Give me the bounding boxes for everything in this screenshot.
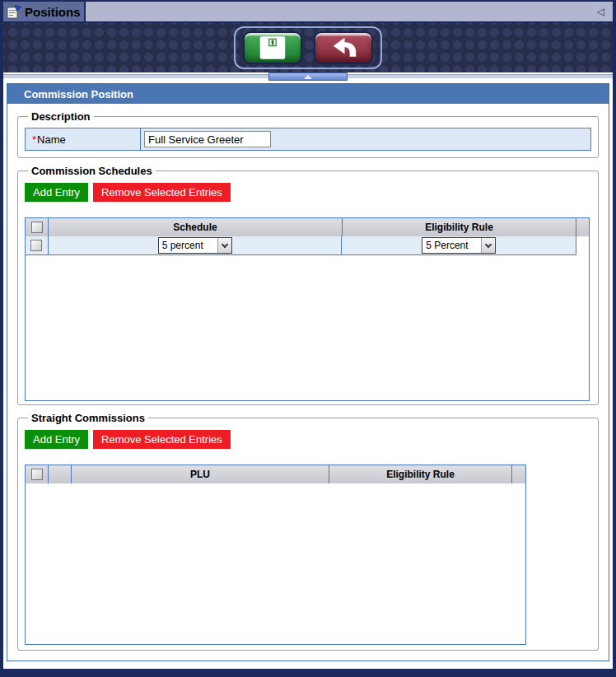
commission-schedules-table: Schedule Eligibility Rule 5 percent bbox=[25, 217, 590, 401]
schedule-select[interactable]: 5 percent bbox=[158, 237, 232, 254]
column-header-plu: PLU bbox=[72, 465, 329, 483]
table-row: 5 percent 5 Percent bbox=[26, 236, 576, 255]
commission-position-panel: Commission Position Description * Name C… bbox=[7, 83, 609, 661]
schedule-cell: 5 percent bbox=[49, 236, 342, 254]
required-mark: * bbox=[32, 133, 36, 146]
chevron-down-icon bbox=[481, 238, 495, 253]
positions-window: Positions ◁ bbox=[0, 0, 616, 677]
row-checkbox[interactable] bbox=[30, 240, 42, 251]
floppy-disk-icon bbox=[257, 35, 288, 61]
header-checkbox-cell bbox=[26, 465, 49, 483]
straight-commissions-legend: Straight Commissions bbox=[28, 412, 148, 424]
description-fieldset: Description * Name bbox=[17, 110, 599, 158]
commission-schedules-fieldset: Commission Schedules Add Entry Remove Se… bbox=[17, 165, 599, 405]
content-area: Commission Position Description * Name C… bbox=[3, 81, 613, 669]
select-all-checkbox[interactable] bbox=[31, 469, 43, 480]
header-end-cell bbox=[576, 218, 589, 236]
header-end-cell bbox=[512, 465, 525, 483]
table-empty-area bbox=[26, 255, 589, 400]
collapse-handle[interactable] bbox=[268, 72, 348, 81]
save-button[interactable] bbox=[243, 31, 302, 64]
titlebar: Positions ◁ bbox=[3, 2, 613, 23]
remove-selected-entries-button[interactable]: Remove Selected Entries bbox=[93, 430, 231, 449]
table-empty-area bbox=[26, 483, 525, 644]
name-field-row: * Name bbox=[25, 128, 591, 151]
table-header-row: Schedule Eligibility Rule bbox=[26, 218, 589, 236]
remove-selected-entries-button[interactable]: Remove Selected Entries bbox=[93, 183, 231, 202]
name-input[interactable] bbox=[144, 131, 271, 147]
commission-schedules-actions: Add Entry Remove Selected Entries bbox=[25, 183, 591, 202]
eligibility-rule-select[interactable]: 5 Percent bbox=[422, 237, 496, 254]
chevron-down-icon bbox=[217, 238, 231, 253]
straight-commissions-fieldset: Straight Commissions Add Entry Remove Se… bbox=[17, 412, 599, 651]
add-entry-button[interactable]: Add Entry bbox=[25, 183, 88, 202]
up-arrow-icon bbox=[304, 75, 312, 79]
select-all-checkbox[interactable] bbox=[31, 222, 43, 233]
tab-positions[interactable]: Positions bbox=[3, 2, 86, 21]
commission-schedules-legend: Commission Schedules bbox=[28, 165, 156, 177]
eligibility-rule-select-value: 5 Percent bbox=[422, 238, 481, 253]
toolbar-button-group bbox=[234, 26, 382, 69]
header-spacer-cell bbox=[49, 465, 72, 483]
panel-header: Commission Position bbox=[7, 84, 609, 104]
add-entry-button[interactable]: Add Entry bbox=[25, 430, 88, 449]
toolbar-collapse-strip bbox=[3, 72, 613, 81]
column-header-eligibility-rule: Eligibility Rule bbox=[329, 465, 512, 483]
straight-commissions-actions: Add Entry Remove Selected Entries bbox=[25, 430, 591, 449]
eligibility-rule-cell: 5 Percent bbox=[342, 236, 576, 254]
schedule-select-value: 5 percent bbox=[159, 238, 217, 253]
name-label-text: Name bbox=[37, 133, 66, 146]
form-document-icon bbox=[7, 5, 21, 19]
column-header-schedule: Schedule bbox=[49, 218, 343, 236]
titlebar-blank-area: ◁ bbox=[86, 2, 613, 21]
undo-arrow-icon bbox=[328, 35, 359, 61]
tab-label: Positions bbox=[25, 5, 81, 19]
header-checkbox-cell bbox=[26, 218, 49, 236]
column-header-eligibility-rule: Eligibility Rule bbox=[343, 218, 576, 236]
left-triangle-icon[interactable]: ◁ bbox=[597, 7, 604, 16]
table-header-row: PLU Eligibility Rule bbox=[26, 465, 525, 483]
straight-commissions-table: PLU Eligibility Rule bbox=[25, 465, 526, 645]
row-checkbox-cell bbox=[26, 236, 49, 254]
back-button[interactable] bbox=[314, 31, 373, 64]
name-label: * Name bbox=[26, 128, 141, 150]
toolbar bbox=[3, 23, 613, 72]
description-legend: Description bbox=[28, 110, 94, 123]
